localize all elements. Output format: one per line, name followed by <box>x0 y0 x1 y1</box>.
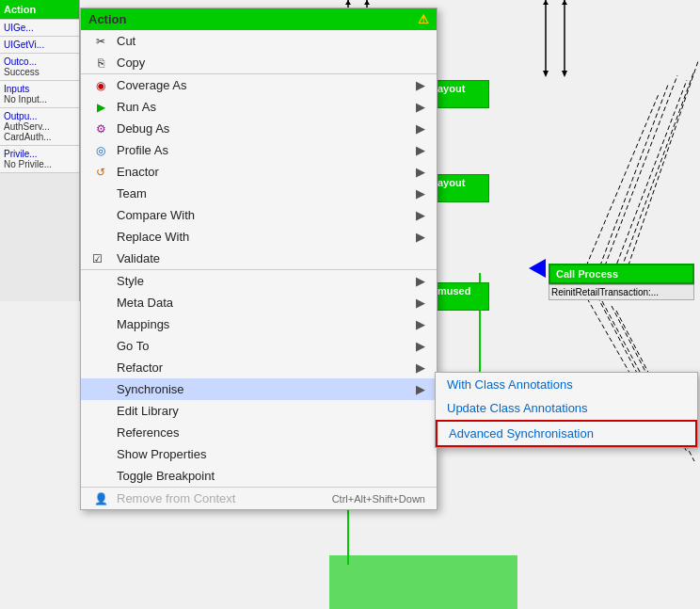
menu-item-synchronise-label: Synchronise <box>117 382 184 396</box>
left-panel-item-outcome: Outco... Success <box>0 54 79 81</box>
enactor-icon: ↺ <box>92 166 109 179</box>
menu-item-references[interactable]: References <box>81 422 437 443</box>
menu-item-refactor[interactable]: Refactor ▶ <box>81 357 437 378</box>
profile-icon: ◎ <box>92 144 109 157</box>
menu-item-meta-label: Meta Data <box>117 296 173 310</box>
left-panel-item-uigetvi: UIGetVi... <box>0 37 79 54</box>
menu-item-style-label: Style <box>117 274 144 288</box>
menu-item-cut[interactable]: ✂ Cut <box>81 30 437 52</box>
menu-item-refactor-label: Refactor <box>117 361 163 375</box>
cut-icon: ✂ <box>92 35 109 48</box>
menu-item-replace-with[interactable]: Replace With ▶ <box>81 226 437 248</box>
menu-item-synchronise[interactable]: Synchronise ▶ <box>81 378 437 400</box>
coverage-arrow: ▶ <box>416 78 425 92</box>
menu-item-profile-as[interactable]: ◎ Profile As ▶ <box>81 139 437 161</box>
left-panel-item-inputs: Inputs No Input... <box>0 81 79 108</box>
submenu-item-with-class[interactable]: With Class Annotations <box>436 373 697 396</box>
svg-line-13 <box>621 61 698 287</box>
menu-item-compare-label: Compare With <box>117 208 195 222</box>
menu-item-copy[interactable]: ⎘ Copy <box>81 52 437 73</box>
submenu-advanced-sync-label: Advanced Synchronisation <box>449 426 594 441</box>
menu-item-edit-library[interactable]: Edit Library <box>81 400 437 422</box>
menu-item-coverage-label: Coverage As <box>117 78 186 92</box>
menu-item-run-as[interactable]: ▶ Run As ▶ <box>81 96 437 118</box>
svg-marker-6 <box>543 71 549 77</box>
submenu-item-advanced-sync[interactable]: Advanced Synchronisation <box>436 420 697 447</box>
menu-item-coverage-as[interactable]: ◉ Coverage As ▶ <box>81 73 437 96</box>
svg-line-9 <box>597 85 668 273</box>
menu-item-cut-label: Cut <box>117 34 135 48</box>
left-panel-item-privileges: Privile... No Privile... <box>0 146 79 173</box>
left-panel-item-uige: UIGe... <box>0 20 79 37</box>
remove-context-icon: 👤 <box>92 492 109 505</box>
profile-arrow: ▶ <box>416 143 425 157</box>
left-panel-outcome-value: Success <box>4 67 75 77</box>
call-process-sublabel-text: ReinitRetailTransaction:... <box>551 287 659 297</box>
svg-line-11 <box>612 80 687 278</box>
compare-arrow: ▶ <box>416 208 425 222</box>
svg-marker-24 <box>543 0 549 5</box>
context-menu: Action ⚠ ✂ Cut ⎘ Copy ◉ Coverage As ▶ ▶ … <box>80 8 438 510</box>
menu-item-compare-with[interactable]: Compare With ▶ <box>81 204 437 226</box>
menu-item-team[interactable]: Team ▶ <box>81 183 437 204</box>
menu-item-references-label: References <box>117 425 179 440</box>
menu-item-go-to[interactable]: Go To ▶ <box>81 335 437 357</box>
left-panel-item-outputs: Outpu... AuthServ... CardAuth... <box>0 108 79 146</box>
menu-item-toggle-breakpoint-label: Toggle Breakpoint <box>117 469 215 483</box>
context-menu-title: Action <box>88 12 126 26</box>
menu-item-debug-label: Debug As <box>117 121 169 136</box>
left-panel: Action UIGe... UIGetVi... Outco... Succe… <box>0 0 80 301</box>
node-unused-label: mused <box>438 285 470 296</box>
submenu-item-update-class[interactable]: Update Class Annotations <box>436 396 697 420</box>
menu-item-remove-from-context: 👤 Remove from Context Ctrl+Alt+Shift+Dow… <box>81 487 437 509</box>
run-icon: ▶ <box>92 101 109 114</box>
style-arrow: ▶ <box>416 274 425 288</box>
menu-item-remove-label: Remove from Context <box>117 491 235 505</box>
left-panel-privs-title: Privile... <box>4 149 75 159</box>
left-panel-uigetvi-title: UIGetVi... <box>4 40 75 50</box>
team-arrow: ▶ <box>416 186 425 200</box>
menu-item-replace-label: Replace With <box>117 230 189 244</box>
svg-marker-25 <box>562 0 567 5</box>
node-layout-2-label: ayout <box>438 177 465 188</box>
menu-item-debug-as[interactable]: ⚙ Debug As ▶ <box>81 118 437 139</box>
enactor-arrow: ▶ <box>416 165 425 179</box>
left-panel-outputs-line1: AuthServ... <box>4 121 75 132</box>
svg-line-8 <box>583 94 659 273</box>
submenu-with-class-label: With Class Annotations <box>447 377 573 392</box>
copy-icon: ⎘ <box>92 56 109 70</box>
svg-line-12 <box>616 71 694 282</box>
menu-item-edit-library-label: Edit Library <box>117 404 179 418</box>
menu-item-team-label: Team <box>117 186 147 200</box>
left-panel-privs-value: No Privile... <box>4 159 75 169</box>
menu-item-toggle-breakpoint[interactable]: Toggle Breakpoint <box>81 465 437 487</box>
menu-item-show-properties[interactable]: Show Properties <box>81 443 437 465</box>
debug-icon: ⚙ <box>92 122 109 136</box>
left-panel-action-header: Action <box>0 0 79 20</box>
mappings-arrow: ▶ <box>416 317 425 331</box>
svg-line-10 <box>602 75 677 273</box>
menu-item-run-label: Run As <box>117 100 156 114</box>
left-panel-inputs-value: No Input... <box>4 94 75 104</box>
run-arrow: ▶ <box>416 100 425 114</box>
menu-item-meta-data[interactable]: Meta Data ▶ <box>81 292 437 313</box>
menu-item-validate[interactable]: ☑ Validate <box>81 248 437 269</box>
node-layout-1-label: ayout <box>438 83 465 94</box>
menu-item-style[interactable]: Style ▶ <box>81 269 437 292</box>
menu-item-mappings[interactable]: Mappings ▶ <box>81 313 437 335</box>
sync-arrow: ▶ <box>416 382 425 396</box>
menu-item-copy-label: Copy <box>117 56 145 70</box>
left-panel-outcome-title: Outco... <box>4 56 75 67</box>
menu-item-enactor[interactable]: ↺ Enactor ▶ <box>81 161 437 183</box>
green-bottom-node <box>329 555 517 609</box>
svg-marker-22 <box>345 0 351 5</box>
refactor-arrow: ▶ <box>416 361 425 375</box>
svg-marker-23 <box>364 0 370 5</box>
coverage-icon: ◉ <box>92 79 109 92</box>
warning-icon: ⚠ <box>418 12 429 26</box>
call-process-node: Call Process <box>549 264 694 284</box>
left-panel-outputs-title: Outpu... <box>4 111 75 121</box>
submenu-update-class-label: Update Class Annotations <box>447 401 588 415</box>
menu-item-goto-label: Go To <box>117 339 149 353</box>
goto-arrow: ▶ <box>416 339 425 353</box>
